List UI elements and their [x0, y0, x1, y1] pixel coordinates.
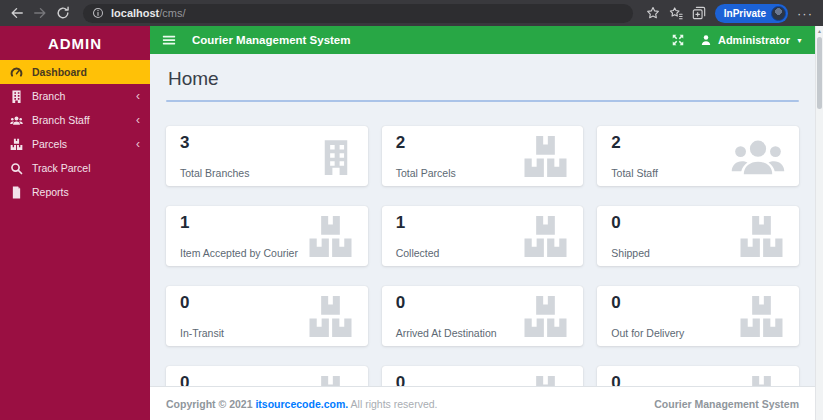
- main-area: Courier Management System Administrator …: [150, 26, 815, 420]
- boxes-icon: [307, 216, 354, 258]
- stat-card-arrived: 0Arrived At Destination: [382, 286, 584, 346]
- refresh-icon[interactable]: [56, 6, 70, 20]
- sidebar-item-label: Branch: [32, 90, 65, 102]
- stat-card-collected: 1Collected: [382, 206, 584, 266]
- app-window: ADMIN Dashboard Branch ‹ Branch Staff ‹ …: [0, 26, 823, 420]
- stat-value: 0: [180, 294, 224, 313]
- sidebar: ADMIN Dashboard Branch ‹ Branch Staff ‹ …: [0, 26, 150, 420]
- stat-value: 2: [396, 134, 456, 153]
- boxes-icon: [10, 138, 23, 151]
- stats-grid: 3Total Branches 2Total Parcels 2Total St…: [166, 126, 799, 420]
- stat-card-item-accepted: 1Item Accepted by Courier: [166, 206, 368, 266]
- sidebar-item-label: Track Parcel: [32, 162, 91, 174]
- stat-card-shipped: 0Shipped: [597, 206, 799, 266]
- chevron-left-icon: ‹: [136, 90, 140, 102]
- topbar: Courier Management System Administrator …: [150, 26, 815, 54]
- stat-value: 1: [180, 214, 298, 233]
- profile-avatar: [771, 6, 786, 21]
- boxes-icon: [522, 216, 569, 258]
- vertical-scrollbar[interactable]: ▲: [815, 26, 823, 420]
- sidebar-item-dashboard[interactable]: Dashboard: [0, 60, 150, 84]
- footer-copyright: Copyright © 2021 itsourcecode.com. All r…: [166, 398, 438, 410]
- footer-link[interactable]: itsourcecode.com.: [255, 398, 348, 410]
- gauge-icon: [10, 66, 23, 79]
- collections-icon[interactable]: [669, 6, 683, 20]
- stat-card-total-branches: 3Total Branches: [166, 126, 368, 186]
- chevron-left-icon: ‹: [136, 114, 140, 126]
- chevron-left-icon: ‹: [136, 138, 140, 150]
- info-icon[interactable]: [92, 7, 104, 19]
- building-icon: [10, 90, 23, 103]
- footer-rights: All rights reserved.: [351, 398, 438, 410]
- boxes-icon: [307, 296, 354, 338]
- stat-value: 0: [611, 214, 650, 233]
- file-icon: [10, 186, 23, 199]
- stat-card-total-parcels: 2Total Parcels: [382, 126, 584, 186]
- scroll-up-icon[interactable]: ▲: [816, 28, 823, 34]
- footer-brand: Courier Management System: [654, 398, 799, 410]
- sidebar-item-reports[interactable]: Reports: [0, 180, 150, 204]
- users-icon: [10, 114, 23, 127]
- stat-card-out-for-delivery: 0Out for Delivery: [597, 286, 799, 346]
- user-icon: [700, 34, 712, 46]
- stat-label: Arrived At Destination: [396, 327, 497, 339]
- url-text: localhost/cms/: [111, 7, 186, 19]
- forward-icon[interactable]: [33, 6, 47, 20]
- stat-label: Total Parcels: [396, 167, 456, 179]
- stat-label: Collected: [396, 247, 440, 259]
- page-content: Home 3Total Branches 2Total Parcels 2Tot…: [150, 54, 815, 420]
- sidebar-item-parcels[interactable]: Parcels ‹: [0, 132, 150, 156]
- stat-label: Total Staff: [611, 167, 658, 179]
- stat-label: In-Transit: [180, 327, 224, 339]
- sidebar-item-branch[interactable]: Branch ‹: [0, 84, 150, 108]
- tab-groups-icon[interactable]: [692, 6, 706, 20]
- stat-label: Shipped: [611, 247, 650, 259]
- search-icon: [10, 162, 23, 175]
- url-path: /cms/: [159, 7, 185, 19]
- footer: Copyright © 2021 itsourcecode.com. All r…: [150, 386, 815, 420]
- title-divider: [166, 100, 799, 102]
- footer-copyright-bold: Copyright © 2021: [166, 398, 253, 410]
- stat-value: 2: [611, 134, 658, 153]
- user-label: Administrator: [718, 34, 790, 46]
- boxes-icon: [738, 296, 785, 338]
- user-menu[interactable]: Administrator ▼: [700, 34, 803, 46]
- sidebar-brand: ADMIN: [0, 26, 150, 60]
- favorites-icon[interactable]: [646, 6, 660, 20]
- scrollbar-thumb[interactable]: [817, 37, 822, 109]
- stat-value: 1: [396, 214, 440, 233]
- sidebar-item-label: Parcels: [32, 138, 67, 150]
- boxes-icon: [522, 136, 569, 178]
- stat-card-in-transit: 0In-Transit: [166, 286, 368, 346]
- back-icon[interactable]: [10, 6, 24, 20]
- boxes-icon: [738, 216, 785, 258]
- menu-bars-icon[interactable]: [162, 33, 176, 47]
- building-icon: [318, 134, 354, 180]
- inprivate-badge[interactable]: InPrivate: [715, 4, 788, 23]
- users-icon: [731, 137, 785, 177]
- more-icon[interactable]: ···: [797, 7, 813, 20]
- address-bar[interactable]: localhost/cms/: [83, 4, 633, 23]
- boxes-icon: [522, 296, 569, 338]
- url-host: localhost: [111, 7, 159, 19]
- stat-value: 0: [396, 294, 497, 313]
- sidebar-item-label: Reports: [32, 186, 69, 198]
- fullscreen-expand-icon[interactable]: [672, 34, 684, 46]
- inprivate-label: InPrivate: [724, 8, 766, 19]
- caret-down-icon: ▼: [796, 37, 803, 44]
- app-title: Courier Management System: [192, 34, 351, 46]
- page-title: Home: [168, 68, 799, 90]
- sidebar-item-label: Dashboard: [32, 66, 87, 78]
- sidebar-item-branch-staff[interactable]: Branch Staff ‹: [0, 108, 150, 132]
- stat-label: Item Accepted by Courier: [180, 247, 298, 259]
- browser-toolbar: localhost/cms/ InPrivate ···: [0, 0, 823, 26]
- stat-value: 0: [611, 294, 684, 313]
- stat-card-total-staff: 2Total Staff: [597, 126, 799, 186]
- stat-value: 3: [180, 134, 249, 153]
- sidebar-item-label: Branch Staff: [32, 114, 90, 126]
- sidebar-item-track-parcel[interactable]: Track Parcel: [0, 156, 150, 180]
- stat-label: Total Branches: [180, 167, 249, 179]
- stat-label: Out for Delivery: [611, 327, 684, 339]
